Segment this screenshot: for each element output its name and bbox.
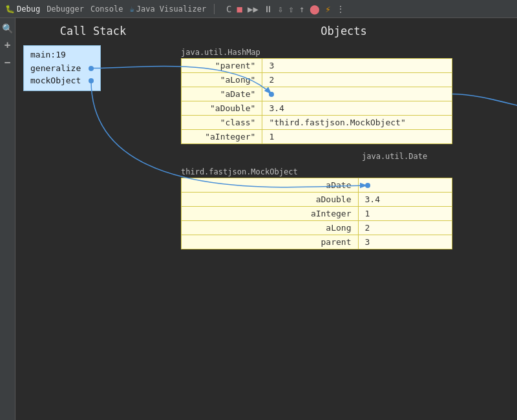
mockobject-label-heading: third.fastjson.MockObject [181, 167, 507, 176]
debugger-tab[interactable]: Debugger [47, 5, 84, 14]
debugger-label: Debugger [47, 5, 84, 14]
hashmap-row-1: "aLong"2 [182, 73, 452, 87]
hashmap-row-5: "aInteger"1 [182, 130, 452, 144]
hashmap-key-3: "aDouble" [182, 101, 262, 116]
hashmap-key-2: "aDate" [182, 87, 262, 101]
objects-panel: java.util.HashMap "parent"3"aLong"2"aDat… [171, 40, 517, 420]
zoom-out-icon[interactable]: − [5, 56, 11, 68]
hashmap-val-4: "third.fastjson.MockObject" [262, 116, 452, 130]
mockobject-val-4: 3 [358, 235, 452, 249]
toolbar: 🐛 Debug Debugger Console ☕ Java Visualiz… [0, 0, 517, 18]
action-more[interactable]: ⋮ [335, 4, 346, 14]
zoom-in-icon[interactable]: + [5, 39, 11, 51]
debug-tab[interactable]: 🐛 Debug [5, 5, 40, 14]
hashmap-row-4: "class""third.fastjson.MockObject" [182, 116, 452, 130]
mockobject-val-3: 2 [358, 221, 452, 235]
action-lightning[interactable]: ⚡ [324, 4, 332, 14]
mockobject-row-0: aDate [182, 178, 452, 193]
main-layout: 🔍 + − Call Stack Objects [0, 18, 517, 420]
mockobject-key-0: aDate [182, 178, 359, 193]
visualizer-tab[interactable]: ☕ Java Visualizer [130, 5, 207, 14]
mockobject-key-1: aDouble [182, 193, 359, 207]
call-stack-box: main:19 generalize mockObject [23, 45, 101, 91]
mockobject-row-3: aLong2 [182, 221, 452, 235]
mockobject-val-1: 3.4 [358, 193, 452, 207]
mockobject-row-1: aDouble3.4 [182, 193, 452, 207]
action-record[interactable]: ⬤ [308, 4, 321, 14]
separator-1 [214, 4, 215, 14]
mockobject-val-0 [358, 178, 452, 193]
hashmap-dot-2 [269, 92, 274, 97]
call-stack-entry-1: mockObject [30, 74, 94, 87]
generalize-label: generalize [30, 63, 81, 73]
hashmap-row-3: "aDouble"3.4 [182, 101, 452, 116]
mockobject-table: aDateaDouble3.4aInteger1aLong2parent3 [181, 178, 452, 249]
side-icons-panel: 🔍 + − [0, 18, 16, 420]
call-stack-entry-0: generalize [30, 62, 94, 74]
action-icons: C ■ ▶▶ ⏸ ⇩ ⇧ ↑ ⬤ ⚡ ⋮ [225, 4, 346, 14]
hashmap-row-2: "aDate" [182, 87, 452, 101]
mockobject-row-4: parent3 [182, 235, 452, 249]
hashmap-key-1: "aLong" [182, 73, 262, 87]
action-c[interactable]: C [225, 4, 233, 14]
hashmap-key-0: "parent" [182, 59, 262, 73]
objects-header: Objects [171, 25, 517, 37]
hashmap-val-2 [262, 87, 452, 101]
content-area: Call Stack Objects [16, 18, 517, 420]
hashmap-val-0: 3 [262, 59, 452, 73]
hashmap-table: "parent"3"aLong"2"aDate""aDouble"3.4"cla… [181, 58, 452, 144]
action-step-over[interactable]: ⇩ [277, 4, 284, 14]
hashmap-val-5: 1 [262, 130, 452, 144]
date-label: java.util.Date [362, 152, 427, 161]
call-stack-header: Call Stack [16, 25, 171, 37]
date-label-area: java.util.Date [181, 147, 507, 162]
java-icon: ☕ [130, 5, 134, 14]
debug-icon: 🐛 [5, 5, 15, 14]
call-stack-panel: main:19 generalize mockObject [16, 40, 171, 420]
hashmap-val-3: 3.4 [262, 101, 452, 116]
action-step-into[interactable]: ⇧ [287, 4, 295, 14]
console-label: Console [90, 5, 123, 14]
mockobject-key-4: parent [182, 235, 359, 249]
hashmap-key-4: "class" [182, 116, 262, 130]
hashmap-key-5: "aInteger" [182, 130, 262, 144]
visualizer-label: Java Visualizer [136, 5, 206, 14]
action-step-out[interactable]: ↑ [298, 4, 306, 14]
hashmap-label: java.util.HashMap [181, 48, 507, 57]
mockobject-dot [89, 78, 94, 83]
call-stack-main-entry: main:19 [30, 50, 94, 59]
search-icon[interactable]: 🔍 [2, 23, 13, 34]
section-headers: Call Stack Objects [16, 18, 517, 40]
mockobject-row-2: aInteger1 [182, 207, 452, 221]
action-resume[interactable]: ▶▶ [246, 4, 260, 14]
debug-label: Debug [17, 5, 40, 14]
action-stop[interactable]: ■ [236, 4, 244, 14]
mockobject-label: mockObject [30, 76, 81, 85]
mockobject-key-2: aInteger [182, 207, 359, 221]
generalize-dot [89, 66, 94, 71]
console-tab[interactable]: Console [90, 5, 123, 14]
mockobject-val-2: 1 [358, 207, 452, 221]
panel-area: main:19 generalize mockObject java.util.… [16, 40, 517, 420]
hashmap-val-1: 2 [262, 73, 452, 87]
action-pause[interactable]: ⏸ [262, 4, 274, 14]
mockobject-dot-0 [365, 183, 370, 188]
hashmap-row-0: "parent"3 [182, 59, 452, 73]
mockobject-key-3: aLong [182, 221, 359, 235]
